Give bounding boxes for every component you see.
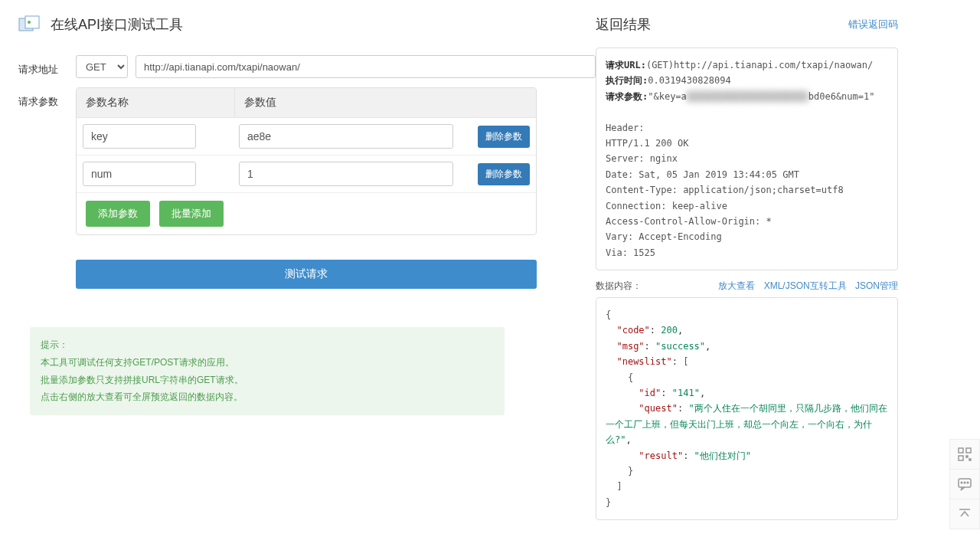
data-content-label: 数据内容： — [596, 280, 642, 293]
param-key-input[interactable] — [83, 124, 196, 149]
response-body-box: { "code": 200, "msg": "success", "newsli… — [596, 297, 898, 520]
response-header-box: 请求URL:(GET)http://api.tianapi.com/txapi/… — [596, 47, 898, 270]
svg-rect-6 — [966, 456, 968, 457]
param-row: 删除参数 — [77, 118, 536, 156]
jsonmgr-link[interactable]: JSON管理 — [855, 280, 898, 291]
api-tool-icon — [18, 15, 40, 34]
svg-point-2 — [28, 21, 31, 24]
batch-add-button[interactable]: 批量添加 — [159, 201, 224, 227]
param-value-input[interactable] — [239, 124, 453, 149]
label-address: 请求地址 — [18, 55, 76, 77]
param-row: 删除参数 — [77, 156, 536, 193]
svg-point-11 — [967, 482, 969, 483]
svg-rect-4 — [966, 448, 971, 453]
params-panel: 参数名称 参数值 删除参数 — [76, 87, 537, 235]
delete-param-button[interactable]: 删除参数 — [478, 126, 530, 148]
tips-box: 提示： 本工具可调试任何支持GET/POST请求的应用。 批量添加参数只支持拼接… — [30, 327, 505, 415]
submit-request-button[interactable]: 测试请求 — [76, 260, 537, 289]
chat-icon[interactable] — [949, 469, 980, 499]
col-head-name: 参数名称 — [77, 88, 234, 117]
param-key-input[interactable] — [83, 162, 196, 186]
label-params: 请求参数 — [18, 87, 76, 109]
svg-rect-5 — [959, 456, 963, 460]
page-title: 在线API接口测试工具 — [51, 15, 183, 34]
param-value-input[interactable] — [239, 162, 453, 186]
qr-icon[interactable] — [949, 439, 980, 470]
method-select[interactable]: GET — [76, 55, 128, 78]
svg-point-9 — [961, 482, 962, 483]
add-param-button[interactable]: 添加参数 — [86, 201, 150, 227]
url-input[interactable] — [136, 55, 596, 78]
xmljson-link[interactable]: XML/JSON互转工具 — [764, 280, 847, 291]
error-code-link[interactable]: 错误返回码 — [848, 18, 898, 31]
svg-point-10 — [964, 482, 965, 483]
svg-rect-3 — [959, 448, 963, 453]
enlarge-link[interactable]: 放大查看 — [718, 280, 755, 291]
col-head-value: 参数值 — [234, 88, 536, 117]
scroll-top-icon[interactable] — [949, 499, 980, 529]
delete-param-button[interactable]: 删除参数 — [478, 163, 530, 185]
svg-rect-1 — [25, 16, 39, 28]
svg-rect-7 — [969, 459, 971, 460]
result-title: 返回结果 — [596, 15, 651, 34]
